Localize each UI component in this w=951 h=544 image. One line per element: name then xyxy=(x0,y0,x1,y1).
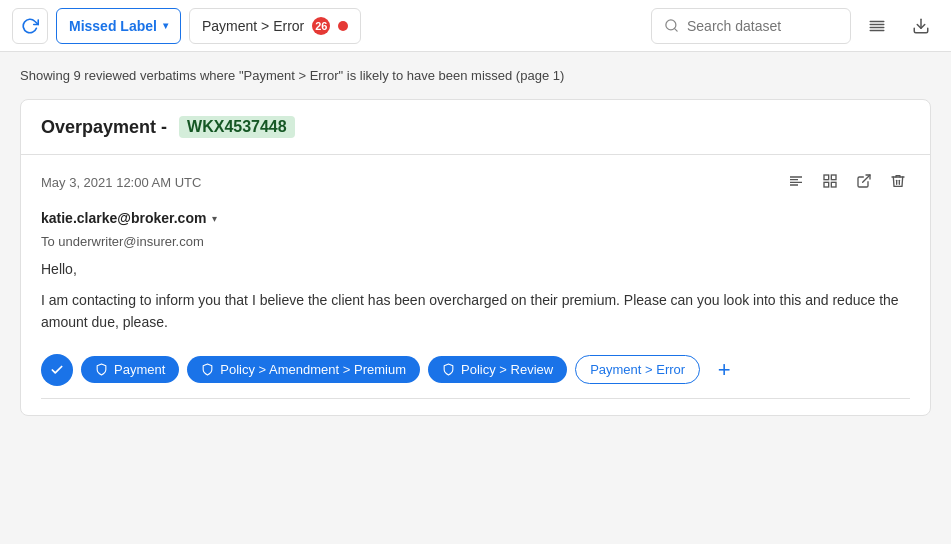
card-body: May 3, 2021 12:00 AM UTC xyxy=(21,155,930,415)
shield-icon-payment xyxy=(95,363,108,376)
tags-row: Payment Policy > Amendment > Premium Pol… xyxy=(41,354,910,386)
grid-icon xyxy=(822,173,838,189)
card-meta: May 3, 2021 12:00 AM UTC xyxy=(41,171,910,194)
card-id: WKX4537448 xyxy=(179,116,295,138)
showing-text: Showing 9 reviewed verbatims where "Paym… xyxy=(20,68,931,83)
email-card: Overpayment - WKX4537448 May 3, 2021 12:… xyxy=(20,99,931,416)
filter-count-badge: 26 xyxy=(312,17,330,35)
tag-payment[interactable]: Payment xyxy=(81,356,179,383)
meta-date: May 3, 2021 12:00 AM UTC xyxy=(41,175,201,190)
refresh-icon xyxy=(21,17,39,35)
trash-icon xyxy=(890,173,906,189)
tag-policy-review-label: Policy > Review xyxy=(461,362,553,377)
card-divider xyxy=(41,398,910,399)
svg-rect-15 xyxy=(831,182,836,187)
svg-rect-12 xyxy=(824,175,829,180)
add-icon: + xyxy=(718,357,731,383)
tag-payment-error[interactable]: Payment > Error xyxy=(575,355,700,384)
filter-button[interactable]: Payment > Error 26 xyxy=(189,8,361,44)
chevron-down-icon: ▾ xyxy=(163,20,168,31)
list-detail-icon xyxy=(788,173,804,189)
recipient: To underwriter@insurer.com xyxy=(41,234,910,249)
email-body: I am contacting to inform you that I bel… xyxy=(41,289,910,334)
search-box xyxy=(651,8,851,44)
tag-policy-amendment-premium[interactable]: Policy > Amendment > Premium xyxy=(187,356,420,383)
missed-label-text: Missed Label xyxy=(69,18,157,34)
svg-rect-14 xyxy=(824,182,829,187)
svg-point-0 xyxy=(338,21,348,31)
download-icon xyxy=(912,17,930,35)
refresh-button[interactable] xyxy=(12,8,48,44)
card-header: Overpayment - WKX4537448 xyxy=(21,100,930,155)
svg-line-16 xyxy=(863,175,870,182)
list-view-button[interactable] xyxy=(859,8,895,44)
svg-rect-13 xyxy=(831,175,836,180)
search-icon xyxy=(664,18,679,33)
sender-expand-icon[interactable]: ▾ xyxy=(212,213,217,224)
tag-policy-amendment-premium-label: Policy > Amendment > Premium xyxy=(220,362,406,377)
external-link-button[interactable] xyxy=(852,171,876,194)
delete-button[interactable] xyxy=(886,171,910,194)
meta-icons xyxy=(784,171,910,194)
check-icon xyxy=(50,363,64,377)
list-detail-button[interactable] xyxy=(784,171,808,194)
download-button[interactable] xyxy=(903,8,939,44)
card-title: Overpayment - xyxy=(41,117,167,138)
top-nav: Missed Label ▾ Payment > Error 26 xyxy=(0,0,951,52)
tag-policy-review[interactable]: Policy > Review xyxy=(428,356,567,383)
main-content: Showing 9 reviewed verbatims where "Paym… xyxy=(0,52,951,432)
add-tag-button[interactable]: + xyxy=(708,354,740,386)
svg-line-2 xyxy=(674,28,677,31)
shield-icon-policy-amendment xyxy=(201,363,214,376)
sender-name: katie.clarke@broker.com xyxy=(41,210,206,226)
grid-view-button[interactable] xyxy=(818,171,842,194)
email-greeting: Hello, xyxy=(41,261,910,277)
list-icon xyxy=(868,17,886,35)
sender-row: katie.clarke@broker.com ▾ xyxy=(41,210,910,226)
dot-icon xyxy=(338,21,348,31)
tag-payment-label: Payment xyxy=(114,362,165,377)
missed-label-button[interactable]: Missed Label ▾ xyxy=(56,8,181,44)
tag-payment-error-label: Payment > Error xyxy=(590,362,685,377)
external-link-icon xyxy=(856,173,872,189)
search-input[interactable] xyxy=(687,18,827,34)
filter-label: Payment > Error xyxy=(202,18,304,34)
shield-icon-policy-review xyxy=(442,363,455,376)
tag-check-icon[interactable] xyxy=(41,354,73,386)
